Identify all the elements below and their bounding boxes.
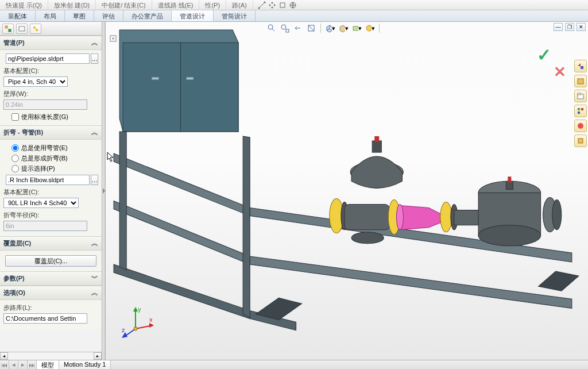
section-header-options[interactable]: 选项(O) ︽ — [0, 286, 102, 300]
piping-assembly — [330, 136, 562, 246]
bottom-tab-motion[interactable]: Motion Study 1 — [59, 360, 111, 369]
tab-layout[interactable]: 布局 — [36, 10, 65, 21]
globe-icon[interactable] — [289, 1, 297, 9]
svg-rect-8 — [36, 29, 38, 31]
svg-rect-57 — [506, 181, 513, 189]
svg-rect-44 — [345, 205, 389, 230]
svg-marker-34 — [114, 201, 250, 264]
clip-icon[interactable] — [278, 1, 287, 9]
section-title: 参数(P) — [3, 274, 25, 283]
use-std-length-checkbox[interactable] — [11, 113, 19, 121]
routing-lib-input[interactable] — [3, 313, 87, 324]
svg-marker-63 — [133, 307, 138, 312]
menu-item[interactable]: 道线路 线(E) — [152, 0, 200, 10]
section-pipe: 管道(P) ︽ … 基本配置(C): Pipe 4 in, Sch 40 壁厚(… — [0, 36, 102, 125]
menu-item[interactable]: 放米创 建(D) — [48, 0, 96, 10]
svg-point-56 — [478, 225, 541, 246]
chevron-up-icon: ︽ — [91, 288, 98, 298]
svg-marker-66 — [149, 323, 154, 328]
svg-marker-49 — [400, 206, 440, 230]
tab-first-button[interactable]: ⏮ — [0, 360, 9, 369]
route-line-icon[interactable] — [258, 1, 266, 9]
scroll-right-button[interactable]: ▸ — [94, 352, 102, 360]
svg-rect-6 — [19, 26, 25, 31]
section-title: 管道(P) — [3, 39, 25, 47]
svg-rect-31 — [187, 77, 194, 79]
section-title: 覆盖层(C) — [3, 239, 31, 248]
view-triad[interactable]: y x z — [121, 306, 155, 340]
cabinet-model — [119, 30, 238, 132]
bend-radius-input — [3, 221, 87, 231]
svg-marker-38 — [119, 132, 126, 270]
section-bend: 折弯 - 弯管(B) ︽ 总是使用弯管(E) 总是形成折弯(B) 提示选择(P)… — [0, 125, 102, 236]
scroll-left-button[interactable]: ◂ — [0, 352, 8, 360]
svg-rect-47 — [372, 141, 381, 152]
tab-assembly[interactable]: 装配体 — [0, 10, 36, 21]
tab-prev-button[interactable]: ◂ — [9, 360, 18, 369]
pipe-file-input[interactable] — [6, 53, 90, 64]
bottom-tab-bar: ⏮ ◂ ▸ ⏭ 模型 Motion Study 1 — [0, 360, 588, 369]
svg-rect-58 — [508, 176, 511, 182]
command-tab-strip: 装配体 布局 草图 评估 办公室产品 管道设计 管筒设计 — [0, 10, 588, 22]
cover-layer-button[interactable]: 覆盖层(C)... — [5, 255, 96, 267]
bend-opt-always-elbow[interactable] — [11, 144, 19, 152]
radius-label: 折弯半径(R): — [3, 211, 98, 220]
browse-button[interactable]: … — [91, 53, 98, 64]
property-mgr-icon[interactable] — [16, 24, 28, 34]
tab-last-button[interactable]: ⏭ — [28, 360, 37, 369]
svg-text:y: y — [138, 306, 141, 313]
svg-rect-48 — [374, 136, 379, 142]
svg-rect-30 — [152, 77, 158, 79]
radio-label: 总是使用弯管(E) — [21, 144, 68, 152]
section-title: 选项(O) — [3, 289, 25, 297]
chevron-down-icon: ︾ — [91, 274, 98, 283]
svg-rect-4 — [5, 26, 7, 28]
svg-text:x: x — [149, 316, 153, 323]
config-mgr-icon[interactable] — [30, 24, 41, 34]
pipe-config-select[interactable]: Pipe 4 in, Sch 40 — [3, 76, 68, 87]
chevron-up-icon: ︽ — [91, 128, 98, 137]
browse-button[interactable]: … — [91, 175, 98, 185]
tab-next-button[interactable]: ▸ — [18, 360, 28, 369]
panel-h-scrollbar[interactable]: ◂ ▸ — [0, 352, 102, 360]
chevron-up-icon: ︽ — [91, 239, 98, 248]
bend-opt-always-bend[interactable] — [11, 155, 19, 162]
section-header-params[interactable]: 参数(P) ︾ — [0, 272, 102, 286]
model-scene — [106, 22, 588, 360]
tab-piping[interactable]: 管道设计 — [172, 10, 214, 21]
menu-item[interactable]: 性(P) — [199, 0, 226, 10]
menu-item[interactable]: 路(A) — [226, 0, 253, 10]
elbow-file-input[interactable] — [6, 175, 90, 185]
section-cover: 覆盖层(C) ︽ 覆盖层(C)... — [0, 236, 102, 271]
svg-point-51 — [440, 202, 452, 232]
tab-nav-buttons: ⏮ ◂ ▸ ⏭ — [0, 360, 37, 369]
svg-point-71 — [134, 327, 137, 330]
bottom-tab-model[interactable]: 模型 — [37, 360, 59, 369]
tab-office[interactable]: 办公室产品 — [123, 10, 172, 21]
graphics-viewport[interactable]: Piping-Tubing (Defaul... ▾ ▾ ▾ ▾ — ❐ ✕ ✓… — [106, 22, 588, 360]
routing-lib-label: 步路库(L): — [3, 303, 98, 312]
menu-item[interactable]: 中创建/ 结束(C) — [96, 0, 152, 10]
menu-item[interactable]: 快速提 示(Q) — [0, 0, 48, 10]
section-options: 选项(O) ︽ 步路库(L): — [0, 286, 102, 329]
section-params: 参数(P) ︾ — [0, 271, 102, 286]
config-label: 基本配置(C): — [3, 67, 98, 75]
tab-tubing[interactable]: 管筒设计 — [214, 10, 256, 21]
section-title: 折弯 - 弯管(B) — [3, 128, 43, 137]
move-arrows-icon[interactable] — [268, 1, 276, 9]
svg-point-61 — [351, 232, 384, 244]
tab-sketch[interactable]: 草图 — [65, 10, 94, 21]
bend-opt-prompt[interactable] — [11, 165, 19, 172]
section-header-cover[interactable]: 覆盖层(C) ︽ — [0, 237, 102, 251]
section-header-bend[interactable]: 折弯 - 弯管(B) ︽ — [0, 126, 102, 140]
svg-point-0 — [258, 7, 260, 9]
radio-label: 提示选择(P) — [21, 164, 55, 173]
elbow-config-select[interactable]: 90L LR Inch 4 Sch40 — [3, 198, 79, 208]
section-header-pipe[interactable]: 管道(P) ︽ — [0, 36, 102, 50]
config-label: 基本配置(C): — [3, 188, 98, 197]
svg-rect-7 — [33, 26, 36, 29]
svg-marker-35 — [250, 256, 572, 308]
menu-tool-icons — [258, 0, 297, 10]
tab-evaluate[interactable]: 评估 — [94, 10, 123, 21]
feature-tree-icon[interactable] — [2, 24, 14, 34]
